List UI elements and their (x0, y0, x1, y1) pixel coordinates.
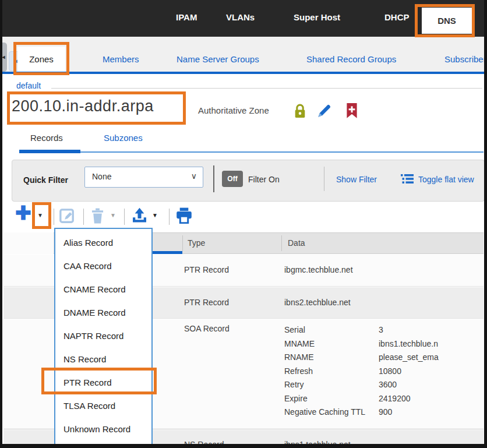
lock-icon (292, 103, 308, 119)
flat-list-icon[interactable] (401, 174, 414, 184)
quick-filter-label: Quick Filter (23, 175, 68, 185)
menu-item-ptr-record[interactable]: PTR Record (55, 371, 151, 394)
nav-item-dhcp[interactable]: DHCP (384, 12, 410, 22)
menu-item-ns-record[interactable]: NS Record (55, 348, 151, 371)
column-header-data[interactable]: Data (288, 238, 305, 248)
column-header-type[interactable]: Type (188, 238, 205, 248)
menu-item-tlsa-record[interactable]: TLSA Record (55, 394, 151, 418)
menu-item-naptr-record[interactable]: NAPTR Record (55, 324, 151, 348)
nav-item-ipam[interactable]: IPAM (176, 12, 197, 22)
tab-zones-active[interactable]: Zones (17, 47, 65, 72)
zone-type-label: Authoritative Zone (198, 105, 269, 115)
quick-filter-value: None (92, 172, 111, 181)
menu-item-unknown-record[interactable]: Unknown Record (55, 418, 151, 441)
tab-subscriber-services[interactable]: Subscriber Services (444, 54, 487, 64)
subtab-divider-line (19, 151, 484, 153)
add-record-dropdown-menu: Alias Record CAA Record CNAME Record DNA… (54, 228, 153, 446)
upload-button upload-icon[interactable] (131, 207, 148, 226)
subtab-records-active[interactable]: Records (30, 133, 63, 143)
add-record-caret[interactable]: ▼ (37, 212, 43, 218)
soa-record-details: Serial3 MNAMEibns1.techblue.n RNAMEpleas… (284, 323, 439, 419)
filter-divider-2 (324, 167, 324, 191)
quick-filter-select[interactable]: None ∨ (84, 167, 203, 188)
bookmark-add-icon[interactable] (345, 103, 360, 119)
delete-options-caret[interactable]: ▼ (110, 212, 116, 218)
menu-item-dname-record[interactable]: DNAME Record (55, 301, 151, 324)
nav-item-super-host[interactable]: Super Host (294, 12, 340, 22)
add-record-button plus-icon[interactable]: ✚ (15, 203, 31, 224)
nav-item-vlans[interactable]: VLANs (226, 12, 255, 22)
tab-shared-record-groups[interactable]: Shared Record Groups (306, 54, 396, 64)
subtab-active-underline (19, 150, 80, 153)
show-filter-link[interactable]: Show Filter (336, 175, 377, 184)
filter-on-label: Filter On (248, 175, 280, 184)
top-nav-bar: IPAM VLANs Super Host DHCP DNS (0, 0, 487, 37)
menu-item-cname-record[interactable]: CNAME Record (55, 278, 151, 301)
tab-members[interactable]: Members (103, 54, 139, 64)
menu-item-alias-record[interactable]: Alias Record (55, 231, 151, 255)
tab-name-server-groups[interactable]: Name Server Groups (177, 54, 259, 64)
edit-button edit-icon[interactable] (59, 208, 75, 226)
edit-pencil-icon[interactable] (316, 103, 331, 119)
chevron-down-icon: ∨ (191, 171, 197, 181)
page-title: 200.10.in-addr.arpa (12, 97, 154, 115)
upload-options-caret[interactable]: ▼ (152, 212, 158, 218)
collapse-panel-handle[interactable]: ◄ (0, 43, 7, 72)
filter-divider (213, 165, 214, 192)
delete-button trash-icon[interactable] (90, 208, 105, 226)
print-button printer-icon[interactable] (175, 207, 193, 226)
toggle-flat-view-link[interactable]: Toggle flat view (418, 175, 474, 184)
breadcrumb-default-link[interactable]: default (16, 81, 41, 90)
subtab-subzones[interactable]: Subzones (104, 133, 143, 143)
infoblox-dns-screen: IPAM VLANs Super Host DHCP DNS ◄ ◀ Zones… (0, 0, 487, 448)
filter-on-toggle[interactable]: Off (222, 171, 243, 187)
breadcrumb-divider (51, 88, 482, 89)
nav-item-dns-active[interactable]: DNS (422, 8, 472, 34)
menu-item-caa-record[interactable]: CAA Record (55, 255, 151, 278)
